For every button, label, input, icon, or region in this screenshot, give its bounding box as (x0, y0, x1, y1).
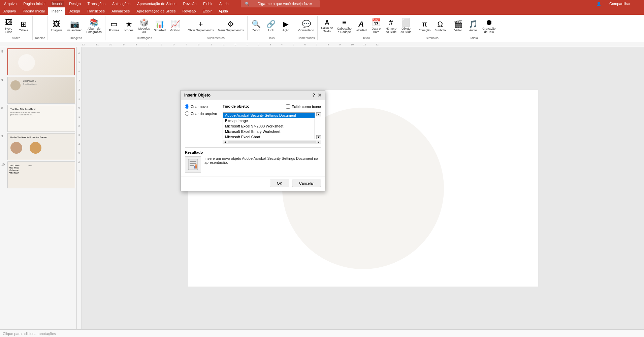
menu-animacoes[interactable]: Animações (111, 1, 132, 6)
tab-inserir[interactable]: Inserir (48, 7, 65, 15)
modelos3d-button[interactable]: 🎲 Modelos3D (137, 18, 151, 34)
tab-pagina-inicial[interactable]: Página Inicial (19, 7, 48, 15)
tab-transicoes[interactable]: Transições (84, 7, 108, 15)
objeto-slide-button[interactable]: ⬜ Objetodo Slide (399, 18, 413, 34)
user-icon: 👤 (595, 1, 603, 7)
object-item-1[interactable]: Bitmap Image (223, 118, 315, 123)
menu-revisao[interactable]: Revisão (182, 1, 198, 6)
cancel-button[interactable]: Cancelar (292, 180, 321, 187)
slide-thumb-5[interactable]: 5 (1, 48, 75, 75)
object-list-container[interactable]: Adobe Acrobat Security Settings Document… (223, 112, 315, 139)
numero-slide-button[interactable]: # Númerodo Slide (384, 18, 398, 34)
notes-bar[interactable]: Clique para adicionar anotações (0, 329, 644, 337)
equacao-button[interactable]: π Equação (417, 20, 432, 33)
scrollbar-buttons: ▲ ▼ (316, 112, 321, 139)
object-item-3[interactable]: Microsoft Excel Binary Worksheet (223, 129, 315, 134)
obter-suplementos-button[interactable]: + Obter Suplementos (186, 20, 215, 33)
slide-num-10: 10 (1, 161, 6, 166)
meus-suplementos-button[interactable]: ⚙ Meus Suplementos (217, 20, 245, 33)
tab-design[interactable]: Design (65, 7, 83, 15)
suplementos-group-label: Suplementos (207, 36, 225, 40)
ribbon-group-texto: A Caixa deTexto ≡ Cabeçalhoe Rodapé A Wo… (318, 16, 415, 40)
ok-button[interactable]: OK (270, 180, 289, 187)
wordart-button[interactable]: A WordArt (354, 20, 368, 33)
object-item-2[interactable]: Microsoft Excel 97-2003 Worksheet (223, 123, 315, 129)
grafico-icon: 📈 (171, 21, 180, 28)
slide-thumb-10[interactable]: 10 You CouldUse ThreeColumns,Why Not? He… (1, 161, 75, 188)
radio-criar-arquivo[interactable]: Criar do arquivo (185, 111, 219, 116)
slide-thumb-8[interactable]: 8 The Slide Title Goes Here! Do you know… (1, 105, 75, 132)
tabela-button[interactable]: ⊞ Tabela (17, 20, 30, 33)
comentario-label: Comentário (298, 29, 314, 32)
radio-criar-arquivo-input[interactable] (185, 111, 189, 116)
simbolo-button[interactable]: Ω Símbolo (433, 20, 447, 33)
exibir-icone-checkbox[interactable]: Exibir como ícone (286, 104, 321, 109)
modelos3d-label: Modelos3D (138, 27, 150, 34)
horizontal-scrollbar[interactable]: ◄ ► (223, 140, 321, 144)
menu-exibir[interactable]: Exibir (202, 1, 214, 6)
audio-icon: 🎵 (469, 21, 478, 28)
object-item-4[interactable]: Microsoft Excel Chart (223, 134, 315, 139)
gravacao-tela-button[interactable]: ⏺ Gravaçãode Tela (481, 18, 497, 34)
vertical-ruler: 6 5 4 3 2 1 0 1 2 3 4 5 6 7 (77, 47, 82, 329)
acao-button[interactable]: ▶ Ação (279, 20, 293, 33)
slides-group-label: Slides (12, 36, 21, 40)
radio-criar-novo[interactable]: Criar novo (185, 104, 219, 109)
dialog-close-button[interactable]: ✕ (318, 92, 322, 98)
tab-arquivo[interactable]: Arquivo (0, 7, 19, 15)
cabecalho-rodape-button[interactable]: ≡ Cabeçalhoe Rodapé (336, 18, 353, 34)
object-item-0[interactable]: Adobe Acrobat Security Settings Document (223, 113, 315, 118)
caixa-texto-button[interactable]: A Caixa deTexto (320, 19, 334, 34)
zoom-button[interactable]: 🔍 Zoom (250, 20, 263, 33)
radio-group: Criar novo Criar do arquivo (185, 104, 219, 116)
ribbon-group-comentarios: 💬 Comentário Comentários (295, 16, 318, 40)
smartart-button[interactable]: 📊 SmartArt (153, 20, 167, 33)
dialog-footer: OK Cancelar (181, 177, 325, 191)
menu-apresentacao[interactable]: Apresentação de Slides (136, 1, 178, 6)
novo-slide-button[interactable]: 🖼 NovoSlide (2, 18, 15, 34)
scroll-down-button[interactable]: ▼ (316, 135, 321, 139)
gravacao-tela-label: Gravaçãode Tela (482, 27, 495, 34)
tab-revisao[interactable]: Revisão (179, 7, 199, 15)
svg-rect-5 (195, 164, 197, 168)
menu-arquivo[interactable]: Arquivo (3, 1, 18, 6)
icones-button[interactable]: ★ Ícones (122, 20, 136, 33)
data-hora-button[interactable]: 📅 Data eHora (369, 18, 383, 34)
canvas-area[interactable] (82, 47, 644, 329)
texto-group-label: Texto (363, 36, 370, 40)
slide-img-9: Maybe You Need to Divide the Content (7, 133, 75, 160)
audio-button[interactable]: 🎵 Áudio (466, 20, 480, 33)
tab-ajuda[interactable]: Ajuda (215, 7, 231, 15)
tab-apresentacao[interactable]: Apresentação de Slides (133, 7, 179, 15)
imagens-button[interactable]: 🖼 Imagens (50, 20, 64, 33)
slide-thumb-6[interactable]: 6 Cat Power 1 The slide picture... (1, 77, 75, 104)
tab-animacoes[interactable]: Animações (108, 7, 133, 15)
video-label: Vídeo (454, 29, 462, 32)
menu-inserir[interactable]: Inserir (51, 1, 64, 6)
menu-transicoes[interactable]: Transições (86, 1, 107, 6)
menu-ajuda[interactable]: Ajuda (218, 1, 230, 6)
album-button[interactable]: 📚 Álbum deFotografias (85, 18, 103, 34)
formas-button[interactable]: ▭ Formas (107, 20, 121, 33)
tab-exibir[interactable]: Exibir (199, 7, 215, 15)
slide-num-8: 8 (1, 105, 6, 110)
menu-pagina-inicial[interactable]: Página Inicial (22, 1, 46, 6)
search-box[interactable]: 🔍 Diga-me o que você deseja fazer (241, 0, 320, 7)
share-button[interactable]: 👤 Compartilhar (594, 0, 637, 7)
instantaneo-button[interactable]: 📷 Instantâneo (65, 20, 84, 33)
scroll-left-button[interactable]: ◄ (223, 141, 227, 144)
dialog-help-button[interactable]: ? (313, 93, 315, 98)
grafico-button[interactable]: 📈 Gráfico (168, 20, 182, 33)
scroll-right-button[interactable]: ► (317, 141, 321, 144)
slide-thumb-9[interactable]: 9 Maybe You Need to Divide the Content (1, 133, 75, 160)
comentario-button[interactable]: 💬 Comentário (297, 20, 316, 33)
menu-design[interactable]: Design (68, 1, 82, 6)
data-hora-label: Data eHora (372, 27, 381, 34)
exibir-icone-input[interactable] (286, 104, 290, 109)
radio-criar-novo-input[interactable] (185, 104, 189, 109)
caixa-texto-label: Caixa deTexto (321, 26, 333, 33)
slide-num-6: 6 (1, 77, 6, 81)
scroll-up-button[interactable]: ▲ (316, 112, 321, 116)
video-button[interactable]: 🎬 Vídeo (451, 20, 465, 33)
link-button[interactable]: 🔗 Link (264, 20, 278, 33)
